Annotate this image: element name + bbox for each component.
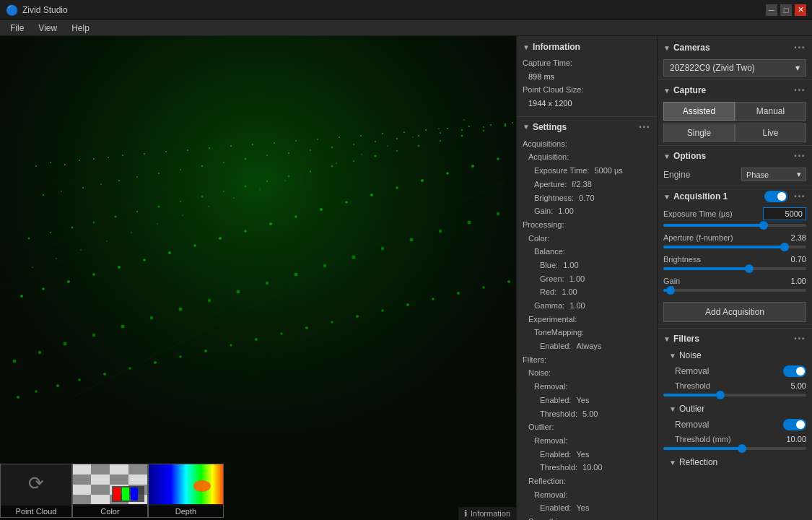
gain-slider-track[interactable] xyxy=(663,289,806,292)
capture-section-header[interactable]: ▼ Capture ⋯ xyxy=(658,82,812,99)
svg-point-5 xyxy=(79,160,80,161)
acquisition1-section-header[interactable]: ▼ Acquisition 1 ⋯ xyxy=(658,188,812,205)
acquisition1-more-button[interactable]: ⋯ xyxy=(792,191,806,202)
viewport[interactable]: ⟳ Point Cloud xyxy=(0,36,516,520)
noise-threshold-slider-thumb[interactable] xyxy=(716,391,725,399)
green-row: Green: 1.00 xyxy=(523,272,651,286)
experimental-label: Experimental: xyxy=(523,313,651,326)
svg-point-64 xyxy=(331,165,333,168)
gamma-label: Gamma: xyxy=(534,301,564,310)
svg-point-98 xyxy=(121,325,125,329)
svg-point-22 xyxy=(425,129,427,131)
svg-point-76 xyxy=(92,273,95,276)
svg-point-135 xyxy=(103,373,106,376)
blue-label: Blue: xyxy=(540,261,558,269)
filters-section-header[interactable]: ▼ Filters ⋯ xyxy=(658,330,812,347)
settings-section-header[interactable]: ▼ Settings ⋯ xyxy=(517,118,657,136)
app-title: Zivid Studio xyxy=(22,5,68,15)
svg-point-84 xyxy=(294,215,297,218)
options-more-button[interactable]: ⋯ xyxy=(792,150,806,162)
tonemapping-enabled-row: Enabled: Always xyxy=(523,339,651,353)
menu-help[interactable]: Help xyxy=(64,20,97,36)
outlier-threshold-slider-track[interactable] xyxy=(663,447,806,450)
noise-subsection-header[interactable]: ▼ Noise xyxy=(658,347,812,363)
svg-point-142 xyxy=(280,332,283,335)
svg-point-74 xyxy=(42,287,45,290)
outlier-threshold-slider-thumb[interactable] xyxy=(738,444,746,453)
aperture-slider-thumb[interactable] xyxy=(780,243,789,251)
gain-value: 1.00 xyxy=(558,207,573,215)
noise-removal-toggle[interactable] xyxy=(783,365,806,377)
thumbnail-depth[interactable]: Depth xyxy=(148,464,224,518)
svg-point-8 xyxy=(122,155,123,156)
menubar: File View Help xyxy=(0,20,812,36)
divider-cameras xyxy=(658,79,812,80)
noise-header-left: ▼ Noise xyxy=(669,350,702,360)
svg-point-119 xyxy=(182,214,183,216)
svg-point-80 xyxy=(193,244,196,247)
engine-select[interactable]: Phase ▾ xyxy=(741,168,806,181)
thumbnail-color[interactable]: Color xyxy=(72,464,148,518)
close-button[interactable]: ✕ xyxy=(795,4,806,16)
camera-dropdown[interactable]: 20Z822C9 (Zivid Two) ▾ xyxy=(663,59,806,77)
cameras-section-header[interactable]: ▼ Cameras ⋯ xyxy=(658,39,812,56)
maximize-button[interactable]: □ xyxy=(780,4,792,16)
exposure-time-input[interactable] xyxy=(763,207,806,220)
svg-point-32 xyxy=(136,176,138,178)
cameras-more-button[interactable]: ⋯ xyxy=(792,42,806,53)
reflection-removal-row: Removal: xyxy=(523,488,651,502)
brightness-param-row: Brightness 0.70 xyxy=(658,253,812,266)
menu-file[interactable]: File xyxy=(3,20,31,36)
outlier-threshold-value: 10.00 xyxy=(582,463,603,472)
svg-point-78 xyxy=(143,259,146,261)
svg-point-30 xyxy=(100,183,102,185)
svg-point-51 xyxy=(50,232,51,233)
svg-point-148 xyxy=(432,298,435,300)
menu-view[interactable]: View xyxy=(31,20,64,36)
reflection-subsection-header[interactable]: ▼ Reflection xyxy=(658,454,812,470)
live-button[interactable]: Live xyxy=(735,124,806,142)
acquisition1-toggle[interactable] xyxy=(764,191,787,202)
filters-more-button[interactable]: ⋯ xyxy=(792,333,806,344)
add-acquisition-button[interactable]: Add Acquisition xyxy=(663,302,806,322)
svg-point-149 xyxy=(457,292,460,295)
exposure-slider-track[interactable] xyxy=(663,224,806,227)
svg-point-55 xyxy=(136,211,138,212)
svg-point-139 xyxy=(204,350,207,352)
noise-threshold-slider-track[interactable] xyxy=(663,394,806,396)
settings-more-button[interactable]: ⋯ xyxy=(637,121,651,133)
svg-point-87 xyxy=(370,194,373,196)
aperture-slider-container xyxy=(658,246,812,253)
noise-threshold-param-value: 5.00 xyxy=(791,381,806,390)
engine-label: Engine xyxy=(663,170,690,180)
assisted-button[interactable]: Assisted xyxy=(663,102,735,121)
gain-slider-thumb[interactable] xyxy=(666,286,675,295)
outlier-removal-toggle[interactable] xyxy=(783,419,806,430)
brightness-param-label: Brightness xyxy=(663,255,701,264)
capture-time-label: Capture Time: xyxy=(523,56,572,70)
options-section-header[interactable]: ▼ Options ⋯ xyxy=(658,147,812,165)
minimize-button[interactable]: ─ xyxy=(766,4,777,16)
settings-content: Acquisitions: Acquisition: Exposure Time… xyxy=(517,136,657,520)
noise-enabled-label: Enabled: xyxy=(540,396,571,404)
divider-capture xyxy=(658,145,812,146)
gain-param-label: Gain xyxy=(663,277,680,285)
svg-point-77 xyxy=(118,266,121,269)
thumbnail-point-cloud[interactable]: ⟳ Point Cloud xyxy=(0,464,72,518)
noise-title: Noise xyxy=(679,350,702,360)
aperture-slider-track[interactable] xyxy=(663,246,806,248)
capture-header-left: ▼ Capture xyxy=(663,85,706,95)
brightness-slider-track[interactable] xyxy=(663,267,806,270)
svg-point-29 xyxy=(82,187,84,188)
noise-removal-row: Removal xyxy=(658,363,812,379)
single-button[interactable]: Single xyxy=(663,124,735,142)
noise-removal-label: Removal xyxy=(675,366,709,376)
outlier-subsection-header[interactable]: ▼ Outlier xyxy=(658,401,812,417)
manual-button[interactable]: Manual xyxy=(735,102,806,121)
information-section-header[interactable]: ▼ Information xyxy=(517,39,657,55)
brightness-slider-thumb[interactable] xyxy=(745,264,754,273)
capture-more-button[interactable]: ⋯ xyxy=(792,84,806,96)
exposure-slider-thumb[interactable] xyxy=(759,221,768,230)
outlier-threshold-row: Threshold: 10.00 xyxy=(523,461,651,474)
noise-threshold-param-label: Threshold xyxy=(675,381,710,390)
